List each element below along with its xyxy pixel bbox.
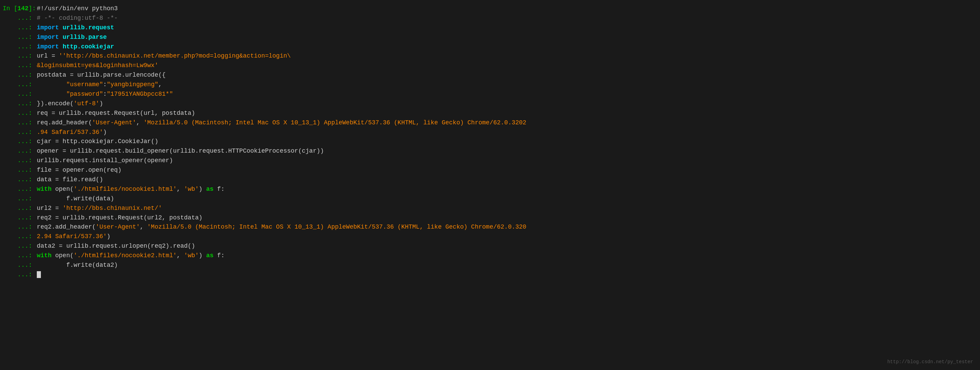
- prompt-cont-25: ...:: [3, 232, 37, 241]
- prompt-cont-22: ...:: [3, 204, 37, 213]
- prompt-cont-18: ...:: [3, 165, 37, 175]
- line-content-29: [37, 270, 977, 280]
- prompt-cont-15: ...:: [3, 137, 37, 146]
- prompt-cont-13: ...:: [3, 118, 37, 128]
- prompt-cont-8: ...:: [3, 70, 37, 80]
- prompt-cont-23: ...:: [3, 213, 37, 223]
- code-line-1: In [142]: #!/usr/bin/env python3: [0, 4, 980, 14]
- line-content-1: #!/usr/bin/env python3: [37, 4, 977, 14]
- code-line-17: ...: urllib.request.install_opener(opene…: [0, 156, 980, 165]
- code-line-12: ...: req = urllib.request.Request(url, p…: [0, 109, 980, 118]
- prompt-cont-14: ...:: [3, 128, 37, 137]
- prompt-cont-28: ...:: [3, 260, 37, 270]
- prompt-cont-16: ...:: [3, 146, 37, 156]
- code-line-7: ...: &loginsubmit=yes&loginhash=Lw9wx': [0, 61, 980, 70]
- line-content-21: f.write(data): [37, 194, 977, 204]
- prompt-cont-27: ...:: [3, 251, 37, 260]
- code-line-25: ...: 2.94 Safari/537.36'): [0, 232, 980, 241]
- code-line-10: ...: "password":"17951YANGbpcc81*": [0, 90, 980, 99]
- code-line-19: ...: data = file.read(): [0, 175, 980, 185]
- line-number-142: 142: [18, 5, 28, 12]
- code-line-28: ...: f.write(data2): [0, 260, 980, 270]
- line-content-23: req2 = urllib.request.Request(url2, post…: [37, 213, 977, 223]
- prompt-cont-17: ...:: [3, 156, 37, 165]
- code-line-21: ...: f.write(data): [0, 194, 980, 204]
- code-line-3: ...: import urllib.request: [0, 23, 980, 33]
- code-line-5: ...: import http.cookiejar: [0, 42, 980, 52]
- prompt-cont-26: ...:: [3, 241, 37, 251]
- code-line-14: ...: .94 Safari/537.36'): [0, 128, 980, 137]
- line-content-10: "password":"17951YANGbpcc81*": [37, 90, 977, 99]
- line-content-17: urllib.request.install_opener(opener): [37, 156, 977, 165]
- code-line-18: ...: file = opener.open(req): [0, 165, 980, 175]
- prompt-cont-10: ...:: [3, 90, 37, 99]
- line-content-13: req.add_header('User-Agent', 'Mozilla/5.…: [37, 118, 977, 128]
- prompt-cont-12: ...:: [3, 109, 37, 118]
- code-line-16: ...: opener = urllib.request.build_opene…: [0, 146, 980, 156]
- code-line-26: ...: data2 = urllib.request.urlopen(req2…: [0, 241, 980, 251]
- line-content-11: }).encode('utf-8'): [37, 99, 977, 109]
- line-content-26: data2 = urllib.request.urlopen(req2).rea…: [37, 241, 977, 251]
- code-line-13: ...: req.add_header('User-Agent', 'Mozil…: [0, 118, 980, 128]
- line-content-2: # -*- coding:utf-8 -*-: [37, 14, 977, 23]
- code-line-11: ...: }).encode('utf-8'): [0, 99, 980, 109]
- line-content-28: f.write(data2): [37, 260, 977, 270]
- prompt-cont-2: ...:: [3, 14, 37, 23]
- prompt-cont-7: ...:: [3, 61, 37, 70]
- watermark: http://blog.csdn.net/py_tester: [887, 359, 973, 366]
- line-content-25: 2.94 Safari/537.36'): [37, 232, 977, 241]
- line-content-6: url = ''http://bbs.chinaunix.net/member.…: [37, 51, 977, 61]
- code-line-24: ...: req2.add_header('User-Agent', 'Mozi…: [0, 222, 980, 232]
- prompt-cont-9: ...:: [3, 80, 37, 90]
- cursor: [37, 271, 41, 278]
- code-line-8: ...: postdata = urllib.parse.urlencode({: [0, 70, 980, 80]
- line-content-20: with open('./htmlfiles/nocookie1.html', …: [37, 185, 977, 194]
- line-content-12: req = urllib.request.Request(url, postda…: [37, 109, 977, 118]
- line-content-8: postdata = urllib.parse.urlencode({: [37, 70, 977, 80]
- code-line-4: ...: import urllib.parse: [0, 33, 980, 42]
- line-content-14: .94 Safari/537.36'): [37, 128, 977, 137]
- line-content-15: cjar = http.cookiejar.CookieJar(): [37, 137, 977, 146]
- line-content-9: "username":"yangbingpeng",: [37, 80, 977, 90]
- prompt-cont-19: ...:: [3, 175, 37, 185]
- code-line-20: ...: with open('./htmlfiles/nocookie1.ht…: [0, 185, 980, 194]
- line-content-4: import urllib.parse: [37, 33, 977, 42]
- prompt-cont-29: ...:: [3, 270, 37, 280]
- prompt-cont-11: ...:: [3, 99, 37, 109]
- line-content-7: &loginsubmit=yes&loginhash=Lw9wx': [37, 61, 977, 70]
- line-content-18: file = opener.open(req): [37, 165, 977, 175]
- line-content-27: with open('./htmlfiles/nocookie2.html', …: [37, 251, 977, 260]
- terminal-window: In [142]: #!/usr/bin/env python3 ...: # …: [0, 0, 980, 370]
- code-line-9: ...: "username":"yangbingpeng",: [0, 80, 980, 90]
- line-content-19: data = file.read(): [37, 175, 977, 185]
- prompt-cont-21: ...:: [3, 194, 37, 204]
- code-line-23: ...: req2 = urllib.request.Request(url2,…: [0, 213, 980, 223]
- code-line-6: ...: url = ''http://bbs.chinaunix.net/me…: [0, 51, 980, 61]
- code-line-2: ...: # -*- coding:utf-8 -*-: [0, 14, 980, 23]
- code-line-27: ...: with open('./htmlfiles/nocookie2.ht…: [0, 251, 980, 260]
- code-line-29: ...:: [0, 270, 980, 280]
- line-content-5: import http.cookiejar: [37, 42, 977, 52]
- prompt-cont-5: ...:: [3, 42, 37, 52]
- prompt-cont-3: ...:: [3, 23, 37, 33]
- prompt-cont-24: ...:: [3, 222, 37, 232]
- prompt-cont-20: ...:: [3, 185, 37, 194]
- prompt-in-142: In [142]:: [3, 4, 37, 14]
- line-content-16: opener = urllib.request.build_opener(url…: [37, 146, 977, 156]
- prompt-cont-6: ...:: [3, 51, 37, 61]
- prompt-cont-4: ...:: [3, 33, 37, 42]
- line-content-3: import urllib.request: [37, 23, 977, 33]
- code-line-22: ...: url2 = 'http://bbs.chinaunix.net/': [0, 204, 980, 213]
- line-content-22: url2 = 'http://bbs.chinaunix.net/': [37, 204, 977, 213]
- code-line-15: ...: cjar = http.cookiejar.CookieJar(): [0, 137, 980, 146]
- line-content-24: req2.add_header('User-Agent', 'Mozilla/5…: [37, 222, 977, 232]
